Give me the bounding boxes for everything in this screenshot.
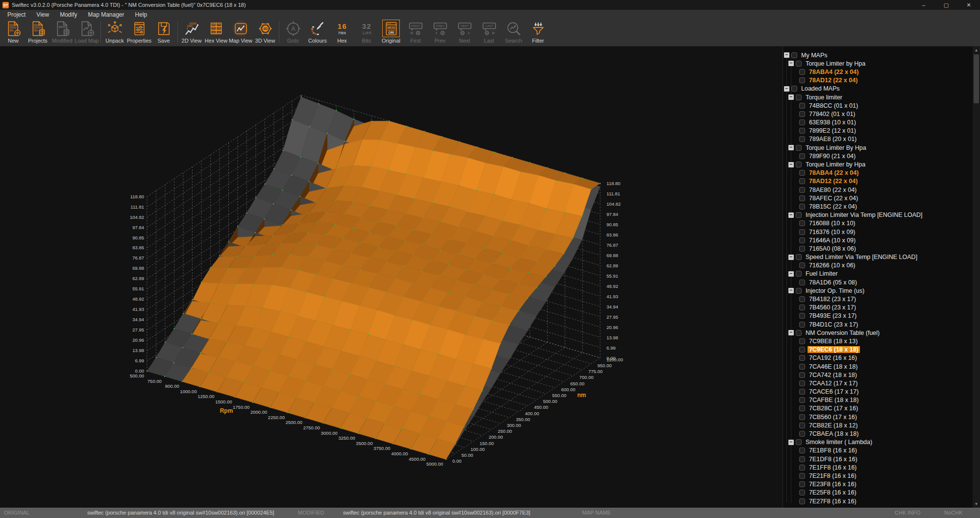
tree-item[interactable]: 7CB28C (17 x 16) bbox=[783, 404, 972, 413]
tree-item[interactable]: −Smoke limiter ( Lambda) bbox=[783, 438, 972, 447]
tree-item[interactable]: −Fuel Limiter bbox=[783, 270, 972, 278]
tree-item[interactable]: 7165A0 (08 x 06) bbox=[783, 244, 972, 253]
checkbox[interactable] bbox=[799, 431, 805, 437]
checkbox[interactable] bbox=[799, 262, 805, 268]
tree-item[interactable]: 78A1D6 (05 x 08) bbox=[783, 278, 972, 286]
tree-item[interactable]: 7B4182 (23 x 17) bbox=[783, 295, 972, 303]
scroll-down-icon[interactable]: ▼ bbox=[973, 500, 980, 508]
tree-item[interactable]: 78ABA4 (22 x 04) bbox=[783, 169, 972, 177]
checkbox[interactable] bbox=[799, 220, 805, 226]
checkbox[interactable] bbox=[799, 364, 805, 370]
tree-item[interactable]: −Speed Limiter Via Temp [ENGINE LOAD] bbox=[783, 253, 972, 261]
toolbar-goto-button[interactable]: AGoto bbox=[281, 19, 305, 44]
checkbox[interactable] bbox=[799, 355, 805, 361]
tree-item[interactable]: 7CB560 (17 x 16) bbox=[783, 413, 972, 421]
checkbox[interactable] bbox=[799, 313, 805, 319]
collapse-icon[interactable]: − bbox=[788, 145, 794, 150]
tree-item[interactable]: 789AE8 (20 x 01) bbox=[783, 135, 972, 143]
toolbar-search-button[interactable]: Search bbox=[501, 19, 526, 44]
checkbox[interactable] bbox=[799, 128, 805, 134]
toolbar-modified-button[interactable]: MODModified bbox=[50, 19, 74, 44]
checkbox[interactable] bbox=[799, 170, 805, 176]
checkbox[interactable] bbox=[799, 178, 805, 184]
tree-item[interactable]: 7E25F8 (16 x 16) bbox=[783, 489, 972, 497]
minimize-button[interactable]: – bbox=[912, 0, 935, 10]
scrollbar[interactable]: ▲ ▼ bbox=[973, 47, 980, 508]
tree-item[interactable]: 63E938 (10 x 01) bbox=[783, 118, 972, 127]
checkbox[interactable] bbox=[799, 119, 805, 125]
tree-item[interactable]: 7CA46E (18 x 18) bbox=[783, 362, 972, 371]
checkbox[interactable] bbox=[796, 162, 802, 167]
checkbox[interactable] bbox=[799, 456, 805, 462]
tree-item[interactable]: 7C9BE8 (18 x 13) bbox=[783, 337, 972, 345]
tree-item[interactable]: 7C9EC6 (18 x 18) bbox=[783, 346, 972, 354]
checkbox[interactable] bbox=[799, 465, 805, 471]
tree-item[interactable]: 78AFEC (22 x 04) bbox=[783, 194, 972, 202]
checkbox[interactable] bbox=[799, 481, 805, 487]
tree-item[interactable]: −NM Conversion Table (fuel) bbox=[783, 329, 972, 337]
checkbox[interactable] bbox=[799, 405, 805, 411]
toolbar-prev-button[interactable]: PREV‹Prev bbox=[428, 19, 452, 44]
checkbox[interactable] bbox=[799, 237, 805, 243]
close-button[interactable]: ✕ bbox=[957, 0, 980, 10]
tree-item[interactable]: 7CA742 (18 x 18) bbox=[783, 371, 972, 379]
toolbar-map-view-button[interactable]: Map View bbox=[228, 19, 253, 44]
collapse-icon[interactable]: − bbox=[788, 94, 794, 100]
tree-item[interactable]: 78B15C (22 x 04) bbox=[783, 202, 972, 211]
checkbox[interactable] bbox=[791, 52, 797, 58]
checkbox[interactable] bbox=[799, 423, 805, 428]
checkbox[interactable] bbox=[799, 414, 805, 420]
checkbox[interactable] bbox=[799, 69, 805, 75]
collapse-icon[interactable]: − bbox=[788, 212, 794, 218]
tree-item[interactable]: 7B4D1C (23 x 17) bbox=[783, 320, 972, 329]
checkbox[interactable] bbox=[799, 204, 805, 210]
tree-item[interactable]: −Injector Op. Time (us) bbox=[783, 286, 972, 295]
checkbox[interactable] bbox=[799, 322, 805, 328]
tree-item[interactable]: 7CAFBE (18 x 18) bbox=[783, 396, 972, 404]
tree-item[interactable]: 78ABA4 (22 x 04) bbox=[783, 68, 972, 76]
checkbox[interactable] bbox=[799, 280, 805, 285]
toolbar-unpack-button[interactable]: Unpack bbox=[102, 19, 127, 44]
checkbox[interactable] bbox=[799, 473, 805, 479]
tree-item[interactable]: 7E23F8 (16 x 16) bbox=[783, 480, 972, 489]
checkbox[interactable] bbox=[796, 212, 802, 218]
checkbox[interactable] bbox=[799, 77, 805, 83]
tree-item[interactable]: −My MAPs bbox=[783, 51, 972, 59]
toolbar-next-button[interactable]: NEXT›Next bbox=[452, 19, 477, 44]
menu-view[interactable]: View bbox=[31, 11, 54, 18]
checkbox[interactable] bbox=[799, 490, 805, 495]
toolbar-new-button[interactable]: 010101010001New bbox=[1, 19, 25, 44]
checkbox[interactable] bbox=[799, 347, 805, 353]
tree-item[interactable]: 716376 (10 x 09) bbox=[783, 228, 972, 236]
collapse-icon[interactable]: − bbox=[788, 288, 794, 293]
toolbar-first-button[interactable]: FIRST«First bbox=[403, 19, 428, 44]
checkbox[interactable] bbox=[796, 271, 802, 277]
tree-item[interactable]: 7CB82E (18 x 12) bbox=[783, 421, 972, 429]
toolbar-original-button[interactable]: MODORIOriginal bbox=[379, 19, 403, 44]
collapse-icon[interactable]: − bbox=[788, 61, 794, 66]
tree-item[interactable]: 7899E2 (12 x 01) bbox=[783, 127, 972, 135]
checkbox[interactable] bbox=[791, 86, 797, 92]
tree-item[interactable]: −Loaded MAPs bbox=[783, 85, 972, 93]
collapse-icon[interactable]: − bbox=[788, 162, 794, 167]
checkbox[interactable] bbox=[799, 153, 805, 159]
tree-item[interactable]: −Torque Limiter By Hpa bbox=[783, 143, 972, 152]
toolbar-last-button[interactable]: LAST»Last bbox=[477, 19, 501, 44]
tree-item[interactable]: 716266 (10 x 06) bbox=[783, 261, 972, 270]
checkbox[interactable] bbox=[796, 94, 802, 100]
tree-item[interactable]: 7CAA12 (17 x 17) bbox=[783, 379, 972, 387]
tree-item[interactable]: −Injection Limiter Via Temp [ENGINE LOAD… bbox=[783, 211, 972, 219]
collapse-icon[interactable]: − bbox=[788, 255, 794, 260]
toolbar-hex-view-button[interactable]: EBF652008000Hex View bbox=[204, 19, 228, 44]
tree-item[interactable]: 716088 (10 x 10) bbox=[783, 219, 972, 228]
toolbar-3d-view-button[interactable]: 3D3D View bbox=[253, 19, 277, 44]
tree-item[interactable]: 7B493E (23 x 17) bbox=[783, 312, 972, 320]
toolbar-load-map-button[interactable]: Load Map bbox=[74, 19, 99, 44]
tree-item[interactable]: −Torque Limiter by Hpa bbox=[783, 160, 972, 168]
menu-modify[interactable]: Modify bbox=[54, 11, 82, 18]
tree-item[interactable]: 789F90 (21 x 04) bbox=[783, 152, 972, 160]
checkbox[interactable] bbox=[799, 389, 805, 395]
checkbox[interactable] bbox=[799, 136, 805, 142]
checkbox[interactable] bbox=[799, 296, 805, 302]
collapse-icon[interactable]: − bbox=[784, 52, 789, 58]
